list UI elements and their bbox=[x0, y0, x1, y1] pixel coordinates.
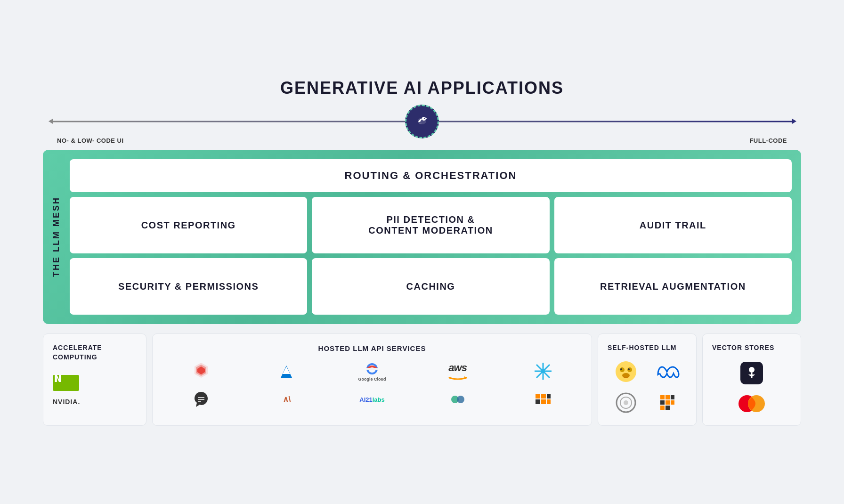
feature-pii-detection: PII DETECTION &CONTENT MODERATION bbox=[312, 197, 549, 253]
svg-point-17 bbox=[541, 369, 545, 373]
spectrum-label-right: FULL-CODE bbox=[749, 137, 787, 144]
svg-point-30 bbox=[620, 368, 622, 370]
llm-mesh-section: THE LLM MESH ROUTING & ORCHESTRATION COS… bbox=[43, 150, 801, 324]
svg-point-44 bbox=[749, 367, 755, 373]
svg-rect-21 bbox=[541, 394, 546, 398]
svg-point-19 bbox=[457, 396, 464, 403]
feature-audit-trail: AUDIT TRAIL bbox=[554, 197, 792, 253]
routing-box: ROUTING & ORCHESTRATION bbox=[70, 159, 792, 192]
vector-stores-card: VECTOR STORES bbox=[702, 333, 801, 426]
feature-cost-reporting: COST REPORTING bbox=[70, 197, 307, 253]
vector-logos bbox=[712, 360, 791, 415]
logo-mistral-h bbox=[657, 391, 680, 416]
self-logos-grid bbox=[608, 360, 687, 416]
svg-text:NVIDIA.: NVIDIA. bbox=[53, 398, 80, 406]
page-container: GENERATIVE AI APPLICATIONS NO- & LOW- CO… bbox=[33, 64, 811, 440]
svg-point-2 bbox=[424, 118, 425, 119]
bird-circle bbox=[405, 105, 439, 138]
pii-detection-label: PII DETECTION &CONTENT MODERATION bbox=[368, 214, 493, 236]
svg-rect-23 bbox=[536, 399, 540, 404]
nvidia-logo: NVIDIA. bbox=[53, 371, 137, 409]
nvidia-text-svg: NVIDIA. bbox=[53, 397, 100, 407]
vector-stores-title: VECTOR STORES bbox=[712, 343, 791, 353]
svg-rect-20 bbox=[536, 394, 540, 398]
svg-rect-24 bbox=[541, 399, 546, 404]
logo-mistral bbox=[504, 389, 582, 410]
hosted-llm-card: HOSTED LLM API SERVICES bbox=[152, 333, 592, 426]
nvidia-svg bbox=[53, 371, 95, 395]
llm-mesh-label: THE LLM MESH bbox=[43, 159, 70, 315]
svg-point-31 bbox=[628, 368, 630, 370]
logo-circle-brand bbox=[615, 391, 637, 416]
svg-rect-42 bbox=[665, 406, 670, 410]
logo-pinecone bbox=[739, 360, 764, 388]
feature-caching: CACHING bbox=[312, 258, 549, 315]
svg-rect-36 bbox=[665, 395, 670, 399]
feature-grid-row1: COST REPORTING PII DETECTION &CONTENT MO… bbox=[70, 197, 792, 253]
svg-rect-39 bbox=[665, 400, 670, 405]
logo-databricks bbox=[162, 361, 240, 382]
self-hosted-card: SELF-HOSTED LLM bbox=[598, 333, 697, 426]
svg-rect-38 bbox=[660, 400, 665, 405]
logo-openai bbox=[162, 389, 240, 410]
svg-rect-22 bbox=[547, 394, 551, 398]
feature-grid-row2: SECURITY & PERMISSIONS CACHING RETRIEVAL… bbox=[70, 258, 792, 315]
logo-llama bbox=[615, 360, 637, 385]
svg-rect-37 bbox=[671, 395, 674, 399]
logo-anthropic: ∧\ bbox=[248, 394, 326, 405]
svg-marker-12 bbox=[464, 376, 467, 379]
llm-content: ROUTING & ORCHESTRATION COST REPORTING P… bbox=[70, 159, 792, 315]
accelerate-card: ACCELERATE COMPUTING NVIDIA. bbox=[43, 333, 146, 426]
spectrum-row: NO- & LOW- CODE UI FULL-CODE bbox=[43, 107, 801, 136]
svg-rect-41 bbox=[660, 406, 665, 410]
bird-icon bbox=[414, 113, 430, 131]
logo-google-cloud: Google Cloud bbox=[333, 361, 411, 382]
spectrum-label-left: NO- & LOW- CODE UI bbox=[57, 137, 124, 144]
logo-meta bbox=[656, 365, 682, 380]
svg-rect-25 bbox=[547, 399, 551, 404]
svg-rect-11 bbox=[366, 368, 378, 370]
logo-together bbox=[419, 389, 497, 410]
svg-point-34 bbox=[624, 400, 628, 405]
hosted-logos-grid: Google Cloud aws bbox=[162, 361, 582, 410]
svg-point-26 bbox=[616, 361, 636, 382]
page-title: GENERATIVE AI APPLICATIONS bbox=[43, 78, 801, 98]
feature-security: SECURITY & PERMISSIONS bbox=[70, 258, 307, 315]
logo-mastercard bbox=[737, 394, 767, 415]
logo-azure bbox=[248, 361, 326, 382]
hosted-llm-title: HOSTED LLM API SERVICES bbox=[162, 343, 582, 353]
logo-ai21: AI21labs bbox=[333, 396, 411, 403]
self-hosted-title: SELF-HOSTED LLM bbox=[608, 343, 687, 353]
accelerate-title: ACCELERATE COMPUTING bbox=[53, 343, 137, 362]
svg-rect-40 bbox=[671, 400, 674, 405]
svg-rect-35 bbox=[660, 395, 665, 399]
logo-snowflake bbox=[504, 361, 582, 382]
logo-aws: aws bbox=[419, 362, 497, 381]
feature-retrieval: RETRIEVAL AUGMENTATION bbox=[554, 258, 792, 315]
svg-point-1 bbox=[422, 117, 426, 121]
services-section: ACCELERATE COMPUTING NVIDIA. HOSTED LLM … bbox=[43, 333, 801, 426]
